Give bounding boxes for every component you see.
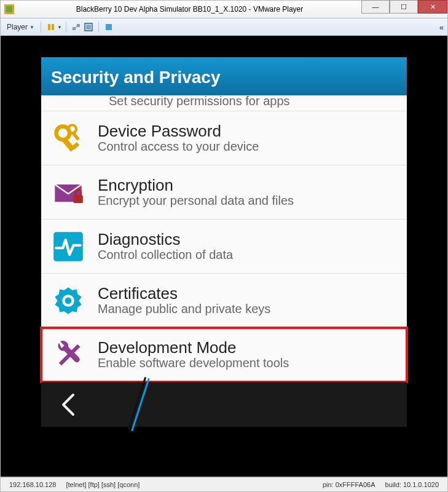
svg-rect-2	[48, 24, 50, 30]
list-item-subtitle: Control collection of data	[98, 248, 398, 262]
status-build: build: 10.1.0.1020	[380, 481, 444, 488]
svg-rect-14	[74, 195, 83, 203]
vmware-app-icon	[4, 4, 14, 14]
simulator-viewport: Security and Privacy Set security permis…	[0, 36, 448, 477]
send-keys-icon[interactable]	[71, 22, 81, 32]
pause-icon[interactable]	[46, 22, 56, 32]
collapse-toolbar-icon[interactable]: «	[439, 23, 444, 32]
page-title: Security and Privacy	[51, 68, 220, 87]
device-screen: Security and Privacy Set security permis…	[41, 57, 407, 427]
vmware-toolbar: Player ▼ ▼ «	[0, 18, 448, 36]
list-item-title: Development Mode	[98, 339, 398, 357]
list-item-diagnostics[interactable]: Diagnostics Control collection of data	[41, 220, 407, 274]
svg-rect-5	[77, 24, 80, 27]
list-item-subtitle: Enable software development tools	[98, 356, 398, 370]
svg-rect-4	[73, 27, 76, 30]
status-services: [telnet] [ftp] [ssh] [qconn]	[61, 481, 144, 488]
status-pin: pin: 0xFFFFA06A	[318, 481, 380, 488]
status-ip: 192.168.10.128	[4, 481, 61, 488]
back-bar	[41, 382, 407, 427]
unity-icon[interactable]	[104, 22, 114, 32]
back-button[interactable]	[60, 392, 77, 417]
list-item-subtitle: Control access to your device	[98, 140, 398, 154]
list-item-development-mode[interactable]: Development Mode Enable software develop…	[41, 328, 407, 382]
minimize-button[interactable]: —	[361, 0, 390, 14]
list-item-title: Encryption	[98, 177, 398, 194]
list-item-partial[interactable]: Set security permissions for apps	[41, 95, 407, 111]
svg-point-12	[68, 125, 76, 133]
svg-rect-8	[106, 24, 112, 30]
pulse-icon	[50, 228, 87, 265]
window-titlebar: BlackBerry 10 Dev Alpha Simulator BB10_1…	[0, 0, 448, 18]
svg-rect-7	[86, 25, 91, 30]
vmware-statusbar: 192.168.10.128 [telnet] [ftp] [ssh] [qco…	[0, 477, 448, 492]
list-item-title: Certificates	[98, 285, 398, 303]
list-item-subtitle: Manage public and private keys	[98, 302, 398, 316]
settings-list: Set security permissions for apps Device…	[41, 95, 407, 382]
tools-icon	[50, 336, 87, 373]
player-menu[interactable]: Player ▼	[4, 22, 37, 33]
list-item-device-password[interactable]: Device Password Control access to your d…	[41, 111, 407, 165]
ribbon-icon	[50, 282, 87, 319]
chevron-down-icon: ▼	[29, 25, 34, 30]
maximize-button[interactable]: ☐	[390, 0, 418, 14]
list-item-title: Diagnostics	[98, 231, 398, 248]
key-icon	[50, 120, 87, 157]
back-bar-divider	[127, 382, 152, 427]
svg-point-17	[65, 297, 72, 304]
window-title: BlackBerry 10 Dev Alpha Simulator BB10_1…	[18, 5, 361, 14]
list-item-subtitle: Encrypt your personal data and files	[98, 194, 398, 208]
settings-header: Security and Privacy	[41, 57, 407, 95]
close-button[interactable]: ✕	[418, 0, 447, 14]
envelope-lock-icon	[50, 174, 87, 211]
list-item-encryption[interactable]: Encryption Encrypt your personal data an…	[41, 165, 407, 220]
list-item-subtitle: Set security permissions for apps	[109, 95, 290, 108]
player-menu-label: Player	[7, 23, 28, 31]
chevron-down-icon[interactable]: ▼	[57, 25, 62, 30]
svg-rect-1	[6, 6, 12, 12]
list-item-title: Device Password	[98, 122, 398, 140]
fullscreen-icon[interactable]	[84, 22, 93, 32]
svg-rect-3	[52, 24, 54, 30]
list-item-certificates[interactable]: Certificates Manage public and private k…	[41, 274, 407, 328]
